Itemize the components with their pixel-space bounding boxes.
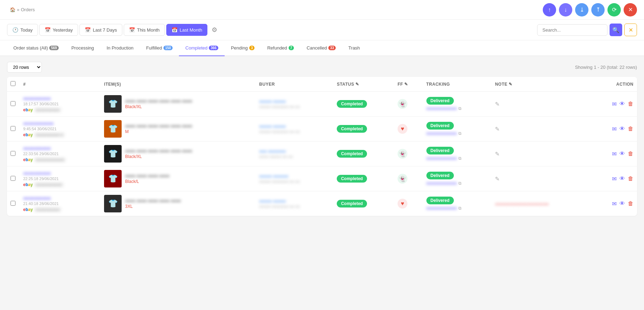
tab-completed[interactable]: Completed 366 (179, 40, 225, 56)
td-note: ●●●●●●●●●●●●●●●●●●●●●●● (491, 191, 591, 216)
rows-per-page-select[interactable]: 20 rows 50 rows 100 rows (7, 62, 42, 73)
note-edit-button[interactable]: ✎ (495, 176, 500, 182)
note-edit-button[interactable]: ✎ (495, 126, 500, 132)
order-number: ●●●●●●●●●●● (23, 121, 97, 126)
mail-button[interactable]: ✉ (612, 101, 617, 107)
mail-button[interactable]: ✉ (612, 176, 617, 182)
th-checkbox (7, 77, 20, 92)
delete-button[interactable]: 🗑 (628, 151, 633, 157)
ebay-logo: ebay (23, 182, 33, 187)
td-checkbox (7, 92, 20, 117)
tab-trash[interactable]: Trash (342, 40, 366, 56)
tab-refunded[interactable]: Refunded 7 (261, 40, 300, 56)
td-actions: ✉ 👁 🗑 (591, 117, 637, 141)
delete-button[interactable]: 🗑 (628, 200, 633, 207)
view-button[interactable]: 👁 (619, 101, 625, 107)
filter-thismonth[interactable]: 📅 This Month (124, 24, 165, 36)
tab-all[interactable]: Order status (All) 569 (7, 40, 65, 56)
td-item: 👕 ●●●● ●●●● ●●●● ●●●● Black/L (101, 166, 256, 191)
delete-button[interactable]: 🗑 (628, 176, 633, 182)
td-item: 👕 ●●●● ●●●● ●●●● ●●●● ●●●● ●●●● M (101, 117, 256, 141)
ebay-logo: ebay (23, 207, 33, 212)
view-button[interactable]: 👁 (619, 176, 625, 182)
copy-tracking-button[interactable]: ⧉ (458, 156, 462, 161)
search-button[interactable]: 🔍 (610, 24, 622, 36)
product-image: 👕 (104, 120, 122, 138)
item-variant: Black/L (125, 179, 169, 184)
settings-button[interactable]: ⚙ (209, 23, 220, 37)
th-note: NOTE ✎ (491, 77, 591, 92)
top-header: 🏠 » Orders ↑ ↓ ⤓ ⤒ ⟳ ✕ (0, 0, 644, 20)
buyer-detail: ●●●●● ●●●●●●● ●● ●● (259, 179, 330, 184)
td-note: ✎ (491, 92, 591, 117)
td-item: 👕 ●●●● ●●●● ●●●● ●●●● ●●●● 3XL (101, 191, 256, 216)
tab-pending[interactable]: Pending 3 (225, 40, 261, 56)
search-input[interactable] (537, 24, 607, 36)
td-checkbox (7, 166, 20, 191)
note-edit-button[interactable]: ✎ (495, 101, 500, 107)
save-button[interactable]: ⤓ (575, 3, 588, 17)
order-number: ●●●●●●●●●● (23, 196, 97, 201)
filter-today[interactable]: 🕐 Today (7, 24, 38, 36)
order-platform: ebay ●●●●●●●●●●● (23, 182, 97, 187)
table-row: ●●●●●●●●●● 22:33:56 29/06/2021 ebay ●●●●… (7, 141, 637, 166)
copy-tracking-button[interactable]: ⧉ (458, 181, 462, 186)
row-checkbox[interactable] (11, 101, 15, 106)
close-button[interactable]: ✕ (624, 3, 637, 17)
view-button[interactable]: 👁 (619, 200, 625, 207)
tab-fulfilled-badge: 150 (163, 46, 173, 50)
ebay-logo: ebay (23, 107, 33, 112)
row-checkbox[interactable] (11, 176, 15, 181)
platform-id: ●●●●●●●●●● (34, 207, 61, 212)
tracking-number: ●●●●●●●●●●●● (426, 156, 457, 161)
mail-button[interactable]: ✉ (612, 126, 617, 132)
breadcrumb-orders: Orders (21, 7, 35, 12)
th-status: STATUS ✎ (333, 77, 394, 92)
select-all-checkbox[interactable] (11, 81, 15, 86)
copy-tracking-button[interactable]: ⧉ (458, 206, 462, 211)
mail-button[interactable]: ✉ (612, 200, 617, 207)
item-name: ●●●● ●●●● ●●●● ●●●● ●●●● ●●●● (125, 149, 192, 153)
ebay-logo: ebay (23, 157, 33, 162)
copy-tracking-button[interactable]: ⧉ (458, 106, 462, 111)
share-button[interactable]: ⤒ (591, 3, 605, 17)
copy-tracking-button[interactable]: ⧉ (458, 131, 462, 136)
table-area: 20 rows 50 rows 100 rows Showing 1 - 20 … (0, 56, 644, 222)
delete-button[interactable]: 🗑 (628, 126, 633, 132)
table-row: ●●●●●●●●●● 21:40:18 28/06/2021 ebay ●●●●… (7, 191, 637, 216)
view-button[interactable]: 👁 (619, 126, 625, 132)
delete-button[interactable]: 🗑 (628, 101, 633, 107)
tracking-number: ●●●●●●●●●●●● (426, 181, 457, 186)
tab-processing[interactable]: Processing (65, 40, 100, 56)
upload-button[interactable]: ↑ (543, 3, 556, 17)
td-order-info: ●●●●●●●●●● 22:33:56 29/06/2021 ebay ●●●●… (20, 141, 101, 166)
view-button[interactable]: 👁 (619, 151, 625, 157)
mail-button[interactable]: ✉ (612, 151, 617, 157)
tab-inproduction[interactable]: In Production (100, 40, 140, 56)
tab-cancelled[interactable]: Cancelled 33 (300, 40, 342, 56)
platform-id: ●●●●●●●●●● ● (34, 132, 64, 137)
row-checkbox[interactable] (11, 126, 15, 131)
row-checkbox[interactable] (11, 151, 15, 156)
td-actions: ✉ 👁 🗑 (591, 191, 637, 216)
refresh-button[interactable]: ⟳ (607, 3, 621, 17)
tab-fulfilled[interactable]: Fulfilled 150 (140, 40, 179, 56)
status-badge: Completed (337, 100, 367, 108)
td-actions: ✉ 👁 🗑 (591, 166, 637, 191)
product-image: 👕 (104, 170, 122, 187)
filter-yesterday[interactable]: 📅 Yesterday (39, 24, 78, 36)
filter-today-label: Today (20, 27, 33, 33)
note-edit-button[interactable]: ✎ (495, 151, 500, 157)
td-status: Completed (333, 191, 394, 216)
buyer-name: ●●● ●●●●●●● (259, 149, 330, 154)
row-checkbox[interactable] (11, 201, 15, 206)
ff-icon: 👻 (398, 99, 407, 109)
filter-lastmonth[interactable]: 📅 Last Month (166, 24, 207, 36)
ff-icon: ♥ (398, 199, 407, 209)
download-button[interactable]: ↓ (559, 3, 572, 17)
close-search-button[interactable]: ✕ (624, 24, 637, 36)
filter-last7days[interactable]: 📅 Last 7 Days (79, 24, 122, 36)
td-actions: ✉ 👁 🗑 (591, 141, 637, 166)
order-number: ●●●●●●●●●● (23, 146, 97, 151)
td-status: Completed (333, 117, 394, 141)
